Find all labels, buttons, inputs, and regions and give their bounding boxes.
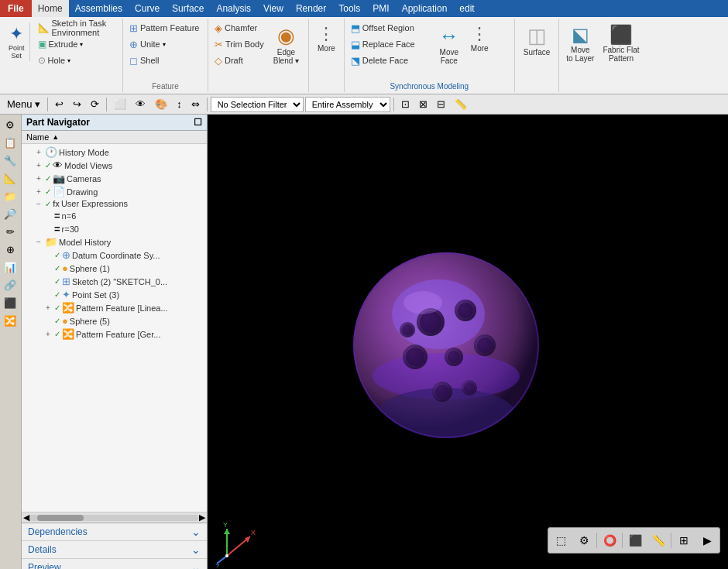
view-btn2[interactable]: 👁 [132,96,149,113]
history-mode-label: History Mode [59,148,109,157]
sketch-button[interactable]: 📐 Sketch in TaskEnvironment [35,20,110,36]
sidebar-icon-1[interactable]: ⚙ [2,116,19,133]
tree-item-drawing[interactable]: + ✓ 📄 Drawing [22,185,207,198]
tree-item-model-views[interactable]: + ✓ 👁 Model Views [22,159,207,172]
separator4 [393,98,394,111]
redo-button[interactable]: ↪ [69,96,85,113]
move-to-layer-button[interactable]: ⬕ Moveto Layer [562,20,598,77]
dependencies-header[interactable]: Dependencies ⌄ [22,523,207,540]
menu-tab-tools[interactable]: Tools [332,0,366,17]
filter-btn[interactable]: ⊠ [415,96,431,113]
vp-btn-6[interactable]: ⊞ [673,530,695,551]
vp-sep2 [622,533,623,548]
fabric-flat-pattern-button[interactable]: ⬛ Fabric FlatPattern [599,20,643,77]
sidebar-icon-7[interactable]: ✏ [2,223,19,240]
sidebar-icon-11[interactable]: ⬛ [2,294,19,311]
part-navigator-title: Part Navigator [26,117,90,128]
menu-tab-home[interactable]: Home [32,0,69,17]
ribbon-group-feature: ⊞ Pattern Feature ⊕ Unite ▾ ◻ Shell Feat… [123,19,208,92]
delete-face-button[interactable]: ⬔ Delete Face [348,53,433,68]
hole-button[interactable]: ⊙ Hole ▾ [35,53,110,68]
menu-button[interactable]: Menu ▾ [3,96,44,113]
nav-scrollbar[interactable]: ◀ ▶ [22,512,207,523]
sidebar-icon-3[interactable]: 🔧 [2,152,19,169]
tree-item-pointset3[interactable]: ✓ ✦ Point Set (3) [22,288,207,301]
tree-item-sphere5[interactable]: ✓ ● Sphere (5) [22,314,207,327]
replace-face-button[interactable]: ⬓ Replace Face [348,36,433,52]
unite-button[interactable]: ⊕ Unite ▾ [126,36,204,52]
scroll-track[interactable] [29,515,199,521]
tree-item-pattern-gen[interactable]: + ✓ 🔀 Pattern Feature [Ger... [22,327,207,341]
tree-item-datum[interactable]: ✓ ⊕ Datum Coordinate Sy... [22,249,207,262]
sidebar-icon-2[interactable]: 📋 [2,134,19,151]
dependencies-label: Dependencies [28,526,88,537]
undo-button[interactable]: ↩ [51,96,67,113]
part-navigator-expand[interactable]: ☐ [194,117,202,128]
snap-btn[interactable]: ⊡ [397,96,414,113]
sidebar-icon-8[interactable]: ⊕ [2,241,19,258]
preview-header[interactable]: Preview ⌄ [22,559,207,569]
details-header[interactable]: Details ⌄ [22,541,207,558]
sidebar-icon-12[interactable]: 🔀 [2,312,19,329]
file-menu-button[interactable]: File [0,0,32,17]
nav-tree[interactable]: + 🕐 History Mode + ✓ 👁 Model Views + ✓ 📷… [22,144,207,512]
tree-item-user-expr[interactable]: − ✓ fx User Expressions [22,198,207,209]
menu-tab-application[interactable]: Application [396,0,454,17]
expand-icon: − [34,238,43,246]
svg-point-8 [458,303,473,318]
constraint-btn[interactable]: ⊟ [433,96,449,113]
menu-tab-assemblies[interactable]: Assemblies [69,0,129,17]
vp-expand[interactable]: ▶ [696,530,718,551]
sidebar-icon-9[interactable]: 📊 [2,259,19,276]
menu-tab-analysis[interactable]: Analysis [210,0,257,17]
view-btn1[interactable]: ⬜ [110,96,130,113]
refresh-button[interactable]: ⟳ [87,96,103,113]
sidebar-icon-6[interactable]: 🔎 [2,205,19,222]
offset-region-button[interactable]: ⬒ Offset Region [348,20,433,36]
assembly-filter-select[interactable]: Entire Assembly [305,97,390,112]
tree-item-history-mode[interactable]: + 🕐 History Mode [22,146,207,159]
vp-btn-5[interactable]: 📏 [647,530,669,551]
tree-item-sphere1[interactable]: ✓ ● Sphere (1) [22,262,207,275]
svg-marker-27 [224,529,230,534]
chamfer-button[interactable]: ◈ Chamfer [211,20,267,36]
sidebar-icon-5[interactable]: 📁 [2,187,19,204]
menu-tab-pmi[interactable]: PMI [366,0,395,17]
sidebar-icon-10[interactable]: 🔗 [2,276,19,293]
more2-button[interactable]: ⋮ More [465,20,494,67]
tree-item-expr-r[interactable]: = r=30 [22,222,207,235]
trim-body-button[interactable]: ✂ Trim Body [211,36,267,52]
pattern-feature-button[interactable]: ⊞ Pattern Feature [126,20,204,36]
draft-button[interactable]: ◇ Draft [211,53,267,68]
vp-btn-1[interactable]: ⬚ [550,530,572,551]
tree-item-model-history[interactable]: − 📁 Model History [22,235,207,249]
extrude-button[interactable]: ▣ Extrude ▾ [35,36,110,52]
shell-button[interactable]: ◻ Shell [126,53,204,68]
more1-button[interactable]: ⋮ More [312,20,341,67]
menu-tab-curve[interactable]: Curve [129,0,166,17]
selection-filter-select[interactable]: No Selection Filter [211,97,304,112]
edge-blend-button[interactable]: ◉ EdgeBlend ▾ [268,20,304,80]
vp-btn-2[interactable]: ⚙ [573,530,595,551]
viewport[interactable]: X Y Z ⬚ ⚙ ⭕ ⬛ 📏 ⊞ ▶ [208,115,728,569]
tree-item-expr-n[interactable]: = n=6 [22,209,207,222]
tree-item-cameras[interactable]: + ✓ 📷 Cameras [22,172,207,185]
scroll-left[interactable]: ◀ [23,512,29,523]
menu-tab-render[interactable]: Render [290,0,332,17]
tree-item-sketch2[interactable]: ✓ ⊞ Sketch (2) "SKETCH_0... [22,275,207,288]
move-face-button[interactable]: ↔ MoveFace [434,20,465,80]
tree-item-pattern-linear[interactable]: + ✓ 🔀 Pattern Feature [Linea... [22,301,207,314]
surface-button[interactable]: ◫ Surface [518,20,555,71]
view-btn4[interactable]: ↕ [173,96,186,113]
view-btn5[interactable]: ⇔ [187,96,204,113]
point-set-button[interactable]: ✦ PointSet [6,20,34,63]
vp-btn-3[interactable]: ⭕ [599,530,620,551]
sidebar-icon-4[interactable]: 📐 [2,170,19,187]
vp-btn-4[interactable]: ⬛ [624,530,646,551]
view-btn3[interactable]: 🎨 [151,96,171,113]
menu-tab-view[interactable]: View [257,0,290,17]
scroll-right[interactable]: ▶ [199,512,205,523]
menu-tab-edit[interactable]: edit [453,0,480,17]
measure-btn[interactable]: 📏 [451,96,471,113]
menu-tab-surface[interactable]: Surface [166,0,210,17]
